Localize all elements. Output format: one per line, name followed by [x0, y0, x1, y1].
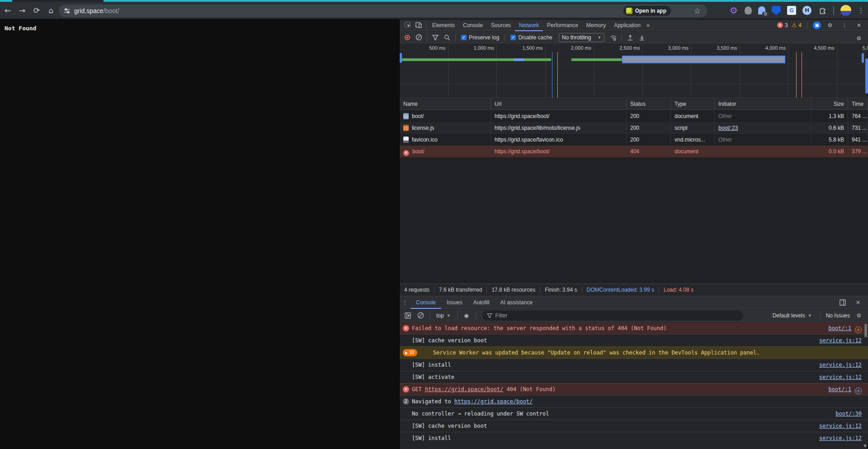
console-log-message[interactable]: [SW] cache version boot service.js:12 — [400, 334, 868, 346]
tab-console[interactable]: Console — [459, 19, 487, 31]
initiator-link[interactable]: boot/:23 — [718, 125, 738, 131]
log-levels-select[interactable]: Default levels▼ — [770, 312, 815, 319]
tab-sources[interactable]: Sources — [487, 19, 515, 31]
console-log-message[interactable]: [SW] activate service.js:12 — [400, 371, 868, 383]
error-count-badge[interactable]: ✕3 — [777, 22, 788, 28]
tab-application[interactable]: Application — [610, 19, 645, 31]
console-error-message[interactable]: ✕ Failed to load resource: the server re… — [400, 322, 868, 334]
column-status[interactable]: Status — [627, 99, 671, 109]
drawer-tab-autofill[interactable]: Autofill — [468, 296, 495, 309]
selected-request-bar[interactable] — [622, 56, 785, 63]
search-icon[interactable] — [442, 32, 453, 43]
network-overview[interactable]: 500 ms 1,000 ms 1,500 ms 2,000 ms 2,500 … — [400, 44, 868, 98]
scroll-down-arrow[interactable]: ▼ — [863, 444, 867, 448]
drawer-close-icon[interactable]: ✕ — [853, 297, 863, 308]
extension-ghost-icon[interactable]: 0 — [758, 6, 765, 14]
live-expression-eye-icon[interactable]: ◉ — [461, 310, 472, 321]
source-link[interactable]: boot/:1 — [828, 386, 851, 392]
extension-hand-icon[interactable] — [745, 6, 752, 14]
home-button[interactable]: ⌂ — [44, 4, 58, 17]
console-log-message[interactable]: [SW] cache version boot service.js:12 — [400, 420, 868, 432]
tab-network[interactable]: Network — [515, 19, 543, 31]
clear-console-icon[interactable] — [415, 310, 426, 321]
issues-counter[interactable]: No Issues — [826, 312, 850, 319]
record-network-log-button[interactable] — [405, 35, 410, 40]
request-row[interactable]: favicon.ico https://grid.space/favicon.i… — [400, 134, 868, 146]
tab-elements[interactable]: Elements — [428, 19, 459, 31]
dock-drawer-icon[interactable] — [837, 297, 848, 308]
inspect-icon[interactable] — [402, 20, 413, 31]
source-link[interactable]: service.js:12 — [819, 362, 862, 368]
reload-button[interactable]: ⟳ — [30, 4, 43, 17]
translate-icon[interactable]: G — [787, 6, 796, 15]
console-filter[interactable] — [482, 311, 743, 321]
open-in-app-button[interactable]: Open in app — [623, 6, 671, 16]
console-warning-message[interactable]: ▶10 Service Worker was updated because "… — [400, 346, 868, 359]
drawer-tab-console[interactable]: Console — [410, 296, 441, 309]
warning-count-badge[interactable]: ⚠4 — [792, 22, 802, 28]
export-har-icon[interactable] — [637, 32, 647, 43]
overview-scrollbar[interactable] — [865, 58, 868, 94]
console-sidebar-icon[interactable] — [402, 310, 413, 321]
devtools-close-icon[interactable]: ✕ — [854, 20, 864, 31]
insight-icon[interactable]: ⟳ — [855, 388, 862, 394]
bookmark-icon[interactable]: ☆ — [694, 6, 701, 15]
more-tabs-icon[interactable]: » — [646, 22, 650, 28]
device-toolbar-icon[interactable] — [413, 20, 424, 31]
source-link[interactable]: boot/:30 — [835, 411, 862, 417]
navigated-url-link[interactable]: https://grid.space/boot/ — [454, 398, 533, 405]
overview-right-handle[interactable] — [862, 53, 864, 63]
url-text[interactable]: grid.space/boot/ — [74, 7, 119, 14]
context-selector[interactable]: top▼ — [434, 312, 453, 319]
extension-shield-icon[interactable] — [772, 6, 781, 15]
browser-menu-icon[interactable]: ⋮ — [858, 6, 864, 14]
site-settings-icon[interactable] — [63, 7, 71, 14]
request-row-error[interactable]: ✕boot/ https://grid.space/boot/ 404 docu… — [400, 146, 868, 157]
throttling-select[interactable]: No throttling▼ — [559, 33, 605, 42]
column-name[interactable]: Name — [400, 99, 491, 109]
console-log-message[interactable]: No controller → reloading under SW contr… — [400, 407, 868, 420]
console-scrollbar-thumb[interactable] — [864, 324, 867, 337]
console-info-message[interactable]: 2 Navigated to https://grid.space/boot/ — [400, 395, 868, 407]
column-initiator[interactable]: Initiator — [715, 99, 811, 109]
column-url[interactable]: Url — [491, 99, 627, 109]
column-type[interactable]: Type — [671, 99, 715, 109]
tab-performance[interactable]: Performance — [543, 19, 582, 31]
drawer-tab-issues[interactable]: Issues — [441, 296, 468, 309]
preserve-log-checkbox[interactable]: ✓ Preserve log — [458, 34, 502, 41]
request-row[interactable]: boot/ https://grid.space/boot/ 200 docum… — [400, 110, 868, 122]
source-link[interactable]: service.js:12 — [819, 337, 862, 344]
source-link[interactable]: service.js:12 — [819, 423, 862, 429]
ai-assistance-icon[interactable]: ▣ — [813, 21, 821, 29]
request-row[interactable]: license.js https://grid.space/lib/moto/l… — [400, 122, 868, 134]
source-link[interactable]: boot/:1 — [828, 325, 851, 331]
network-conditions-icon[interactable] — [608, 32, 619, 43]
console-log-message[interactable]: [SW] install service.js:12 — [400, 432, 868, 444]
filter-input[interactable] — [495, 312, 712, 319]
network-settings-icon[interactable]: ⚙ — [854, 33, 864, 44]
devtools-settings-icon[interactable]: ⚙ — [825, 20, 835, 31]
back-button[interactable]: ← — [1, 4, 14, 17]
drawer-menu-icon[interactable]: ⋮ — [400, 297, 410, 308]
overview-left-handle[interactable] — [400, 53, 402, 63]
source-link[interactable]: service.js:12 — [819, 374, 862, 380]
source-link[interactable]: service.js:12 — [819, 435, 862, 441]
drawer-tab-ai-assistance[interactable]: AI assistance — [495, 296, 538, 309]
profile-avatar[interactable] — [840, 5, 851, 16]
console-log-message[interactable]: [SW] install service.js:12 — [400, 359, 868, 371]
console-settings-icon[interactable]: ⚙ — [854, 310, 864, 321]
url-bar[interactable]: grid.space/boot/ Open in app ☆ — [59, 5, 707, 17]
repeat-count-badge[interactable]: ▶10 — [403, 349, 417, 356]
disable-cache-checkbox[interactable]: ✓ Disable cache — [508, 34, 555, 41]
import-har-icon[interactable] — [625, 32, 636, 43]
request-url-link[interactable]: https://grid.space/boot/ — [425, 386, 503, 392]
extension-gear-icon[interactable]: ⚙ — [729, 6, 738, 15]
forward-button[interactable]: → — [15, 4, 29, 17]
filter-funnel-icon[interactable] — [430, 32, 441, 43]
insight-icon[interactable]: ⟳ — [855, 326, 862, 333]
column-time[interactable]: Time — [848, 99, 868, 109]
clear-network-log-icon[interactable] — [413, 32, 424, 43]
extensions-puzzle-icon[interactable] — [818, 6, 827, 15]
console-error-message[interactable]: ✕ GET https://grid.space/boot/ 404 (Not … — [400, 383, 868, 395]
column-size[interactable]: Size — [811, 99, 848, 109]
